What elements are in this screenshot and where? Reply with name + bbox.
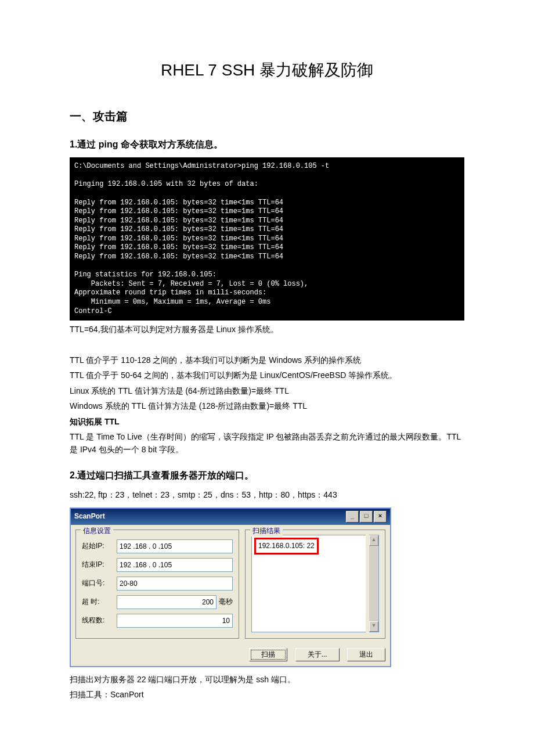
ttl-knowledge-heading: 知识拓展 TTL [70,415,464,428]
ttl-paragraph: Windows 系统的 TTL 值计算方法是 (128-所过路由数量)=最终 T… [70,399,464,412]
threads-input[interactable]: 10 [117,614,233,628]
ttl-paragraph: Linux 系统的 TTL 值计算方法是 (64-所过路由数量)=最终 TTL [70,384,464,397]
scroll-down-icon[interactable]: ▼ [369,621,378,632]
ttl-note: TTL=64,我们基本可以判定对方服务器是 Linux 操作系统。 [70,323,464,336]
threads-label: 线程数: [82,615,117,626]
result-panel: 扫描结果 192.168.0.105: 22 ▲ ▼ [245,530,385,639]
result-label: 扫描结果 [250,525,283,537]
scanport-title: ScanPort [74,511,105,522]
start-ip-input[interactable]: 192 .168 . 0 .105 [117,539,233,553]
scan-button[interactable]: 扫描 [249,648,287,661]
timeout-label: 超 时: [82,596,117,607]
end-ip-input[interactable]: 192 .168 . 0 .105 [117,558,233,572]
ttl-knowledge-paragraph: TTL 是 Time To Live（生存时间）的缩写，该字段指定 IP 包被路… [70,430,464,456]
info-settings-panel: 信息设置 起始IP: 192 .168 . 0 .105 结束IP: 192 .… [75,530,239,639]
scanport-footer: 扫描 关于... 退出 [71,643,390,666]
ttl-paragraph: TTL 值介乎于 50-64 之间的，基本我们可以判断为是 Linux/Cent… [70,369,464,381]
ports-line: ssh:22, ftp：23，telnet：23，smtp：25，dns：53，… [70,488,464,501]
exit-button[interactable]: 退出 [347,648,385,661]
close-button[interactable]: × [374,511,387,523]
about-button[interactable]: 关于... [295,648,340,661]
end-ip-label: 结束IP: [82,559,117,570]
result-line: 192.168.0.105: 22 [254,538,319,555]
titlebar-buttons: _ □ × [346,511,387,523]
page-title: RHEL 7 SSH 暴力破解及防御 [70,57,464,84]
scan-tool-note: 扫描工具：ScanPort [70,688,464,701]
section-heading-attack: 一、攻击篇 [70,107,464,125]
scanport-window: ScanPort _ □ × 信息设置 起始IP: 192 .168 . 0 .… [70,507,391,667]
step1-heading: 1.通过 ping 命令获取对方系统信息。 [70,137,464,152]
scroll-up-icon[interactable]: ▲ [369,535,378,546]
terminal-output: C:\Documents and Settings\Administrator>… [70,157,464,321]
minimize-button[interactable]: _ [346,511,359,523]
port-label: 端口号: [82,578,117,589]
step2-heading: 2.通过端口扫描工具查看服务器开放的端口。 [70,468,464,483]
start-ip-label: 起始IP: [82,541,117,552]
result-box: 192.168.0.105: 22 [251,535,366,632]
scrollbar[interactable]: ▲ ▼ [369,535,379,632]
info-settings-label: 信息设置 [81,525,113,537]
ttl-paragraph: TTL 值介乎于 110-128 之间的，基本我们可以判断为是 Windows … [70,354,464,366]
timeout-unit: 毫秒 [219,596,233,607]
scan-note: 扫描出对方服务器 22 端口端口开放，可以理解为是 ssh 端口。 [70,673,464,686]
timeout-input[interactable]: 200 [117,595,217,609]
port-input[interactable]: 20-80 [117,577,233,591]
scanport-titlebar: ScanPort _ □ × [71,509,390,525]
maximize-button[interactable]: □ [360,511,373,523]
